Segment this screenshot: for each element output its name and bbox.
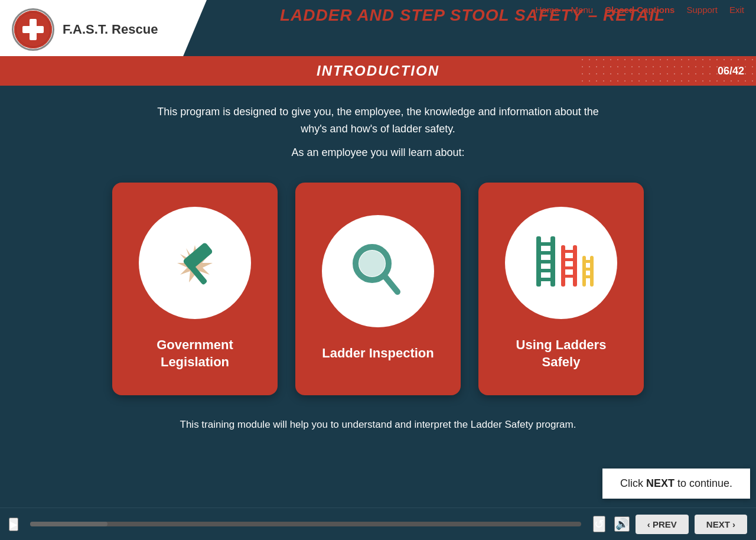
card-circle-ladders: [505, 207, 617, 319]
card-ladder-inspection: Ladder Inspection: [295, 183, 461, 395]
svg-rect-12: [536, 242, 555, 246]
support-link[interactable]: Support: [686, 5, 718, 15]
fast-logo-svg: [14, 11, 52, 48]
click-next-box: Click NEXT to continue.: [602, 469, 750, 499]
exit-link[interactable]: Exit: [729, 5, 744, 15]
cards-row: GovernmentLegislation Ladder Inspection: [112, 183, 644, 395]
intro-paragraph-1: This program is designed to give you, th…: [157, 103, 598, 138]
bottom-bar: ▶ ↺ 🔊 ‹ PREV NEXT ›: [0, 508, 756, 540]
prev-button[interactable]: ‹ PREV: [636, 515, 689, 534]
logo-name: F.A.S.T. Rescue: [63, 22, 158, 37]
click-next-suffix: to continue.: [674, 477, 732, 489]
logo-circle: [12, 8, 54, 51]
svg-rect-21: [561, 266, 577, 269]
gavel-svg: [159, 227, 230, 298]
svg-rect-22: [561, 275, 577, 278]
card-label-legislation: GovernmentLegislation: [157, 337, 233, 370]
svg-rect-3: [22, 26, 44, 33]
nav-buttons: ‹ PREV NEXT ›: [636, 515, 747, 534]
replay-button[interactable]: ↺: [593, 516, 605, 532]
card-label-using-ladders: Using LaddersSafely: [516, 337, 607, 370]
svg-rect-15: [536, 269, 555, 272]
closed-captions-link[interactable]: Closed Captions: [605, 5, 674, 15]
play-button[interactable]: ▶: [9, 518, 18, 531]
ladders-svg: [526, 227, 597, 298]
logo-inner: [14, 11, 52, 48]
card-circle-gavel: [139, 207, 251, 319]
card-using-ladders: Using LaddersSafely: [478, 183, 644, 395]
svg-rect-13: [536, 251, 555, 255]
click-next-bold: NEXT: [646, 477, 674, 489]
logo-text-wrap: F.A.S.T. Rescue: [63, 22, 158, 37]
home-link[interactable]: Home: [536, 5, 559, 15]
volume-button[interactable]: 🔊: [614, 516, 630, 532]
footer-text: This training module will help you to un…: [180, 419, 576, 431]
red-banner: INTRODUCTION: [0, 56, 756, 86]
svg-rect-26: [582, 268, 594, 271]
top-navigation: Home Menu Closed Captions Support Exit: [524, 0, 756, 19]
banner-title: INTRODUCTION: [317, 63, 439, 79]
card-label-inspection: Ladder Inspection: [322, 345, 434, 362]
learn-text: As an employee you will learn about:: [291, 147, 464, 159]
card-circle-magnifier: [322, 215, 434, 327]
magnifier-svg: [346, 239, 410, 304]
main-content: This program is designed to give you, th…: [0, 86, 756, 508]
svg-rect-14: [536, 260, 555, 264]
svg-rect-27: [582, 275, 594, 278]
svg-point-8: [359, 251, 385, 276]
menu-link[interactable]: Menu: [571, 5, 594, 15]
progress-bar-fill: [30, 522, 107, 526]
svg-rect-16: [536, 278, 555, 281]
logo-section: F.A.S.T. Rescue: [0, 0, 207, 59]
card-government-legislation: GovernmentLegislation: [112, 183, 278, 395]
svg-rect-19: [561, 250, 577, 253]
progress-bar[interactable]: [30, 522, 581, 526]
svg-rect-20: [561, 258, 577, 261]
click-next-prefix: Click: [620, 477, 646, 489]
slide-counter: 06/42: [718, 56, 744, 86]
svg-rect-25: [582, 260, 594, 263]
next-button[interactable]: NEXT ›: [695, 515, 747, 534]
svg-line-9: [384, 276, 397, 292]
